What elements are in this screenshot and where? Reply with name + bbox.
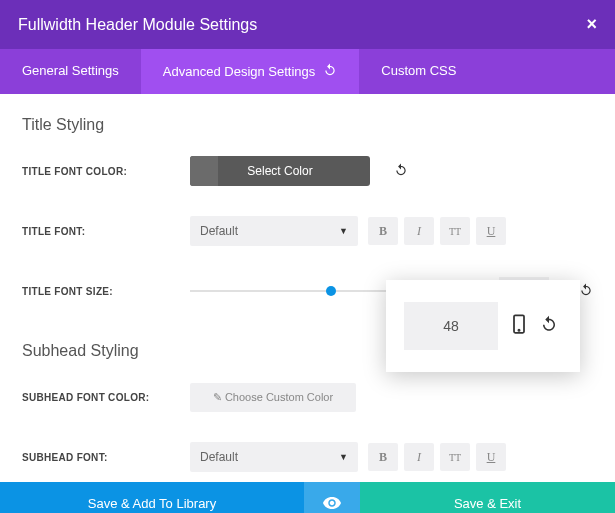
tab-general[interactable]: General Settings bbox=[0, 49, 141, 94]
underline-button[interactable]: U bbox=[476, 217, 506, 245]
select-color-button[interactable]: Select Color bbox=[190, 156, 370, 186]
device-icon[interactable] bbox=[512, 314, 526, 339]
chevron-down-icon: ▼ bbox=[339, 452, 348, 462]
chevron-down-icon: ▼ bbox=[339, 226, 348, 236]
italic-button[interactable]: I bbox=[404, 443, 434, 471]
label-subhead-font-color: SUBHEAD FONT COLOR: bbox=[22, 392, 190, 403]
row-title-font: TITLE FONT: Default ▼ B I TT U bbox=[22, 216, 593, 246]
save-exit-button[interactable]: Save & Exit bbox=[360, 482, 615, 513]
bold-button[interactable]: B bbox=[368, 217, 398, 245]
underline-button[interactable]: U bbox=[476, 443, 506, 471]
reset-icon[interactable] bbox=[579, 283, 593, 300]
dropdown-value: Default bbox=[200, 450, 238, 464]
label-subhead-font: SUBHEAD FONT: bbox=[22, 452, 190, 463]
popup-size-input[interactable] bbox=[404, 302, 498, 350]
uppercase-button[interactable]: TT bbox=[440, 217, 470, 245]
label-title-font-color: TITLE FONT COLOR: bbox=[22, 166, 190, 177]
color-swatch bbox=[190, 156, 218, 186]
tab-bar: General Settings Advanced Design Setting… bbox=[0, 49, 615, 94]
save-add-library-button[interactable]: Save & Add To Library bbox=[0, 482, 304, 513]
choose-custom-color-button[interactable]: ✎ Choose Custom Color bbox=[190, 383, 356, 412]
reset-icon[interactable] bbox=[323, 63, 337, 80]
slider-thumb[interactable] bbox=[326, 286, 336, 296]
label-title-font: TITLE FONT: bbox=[22, 226, 190, 237]
section-title-styling: Title Styling bbox=[22, 116, 593, 134]
dropdown-value: Default bbox=[200, 224, 238, 238]
preview-button[interactable] bbox=[304, 482, 360, 513]
choose-custom-label: Choose Custom Color bbox=[225, 391, 333, 403]
row-subhead-font-color: SUBHEAD FONT COLOR: ✎ Choose Custom Colo… bbox=[22, 382, 593, 412]
reset-icon[interactable] bbox=[540, 315, 558, 338]
eyedropper-icon: ✎ bbox=[213, 391, 225, 403]
subhead-font-dropdown[interactable]: Default ▼ bbox=[190, 442, 358, 472]
responsive-popup bbox=[386, 280, 580, 372]
modal-footer: Save & Add To Library Save & Exit bbox=[0, 482, 615, 513]
close-icon[interactable]: × bbox=[586, 14, 597, 35]
label-title-font-size: TITLE FONT SIZE: bbox=[22, 286, 190, 297]
reset-icon[interactable] bbox=[394, 163, 408, 180]
tab-custom-css[interactable]: Custom CSS bbox=[359, 49, 478, 94]
modal-header: Fullwidth Header Module Settings × bbox=[0, 0, 615, 49]
row-subhead-font: SUBHEAD FONT: Default ▼ B I TT U bbox=[22, 442, 593, 472]
select-color-label: Select Color bbox=[247, 164, 312, 178]
row-title-font-color: TITLE FONT COLOR: Select Color bbox=[22, 156, 593, 186]
tab-advanced-label: Advanced Design Settings bbox=[163, 64, 315, 79]
title-font-dropdown[interactable]: Default ▼ bbox=[190, 216, 358, 246]
italic-button[interactable]: I bbox=[404, 217, 434, 245]
svg-point-5 bbox=[518, 329, 519, 330]
tab-advanced[interactable]: Advanced Design Settings bbox=[141, 49, 359, 94]
modal-title: Fullwidth Header Module Settings bbox=[18, 16, 257, 34]
bold-button[interactable]: B bbox=[368, 443, 398, 471]
uppercase-button[interactable]: TT bbox=[440, 443, 470, 471]
